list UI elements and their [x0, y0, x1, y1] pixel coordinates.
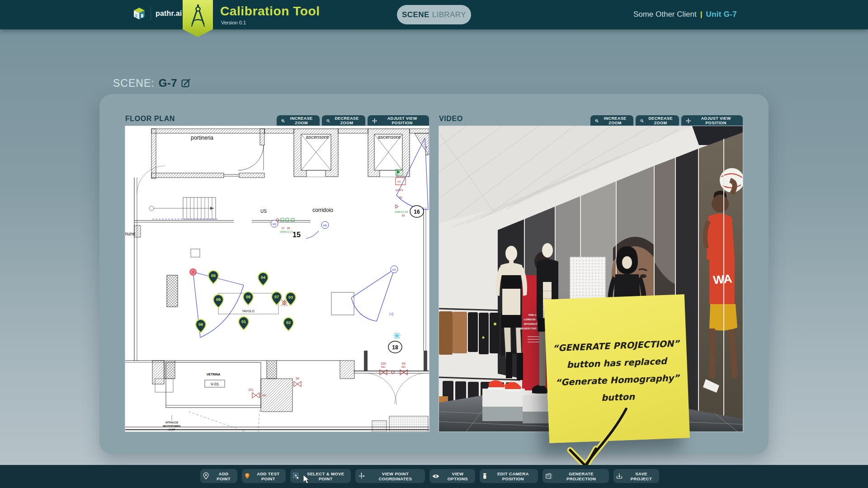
video-toolbar: INCREASE ZOOM DECREASE ZOOM ADJUST VIEW …	[590, 115, 743, 126]
video-adjust-view-button[interactable]: ADJUST VIEW POSITION	[681, 115, 743, 126]
select-move-point-button[interactable]: SELECT & MOVE POINT	[290, 469, 351, 483]
projection-icon	[545, 473, 552, 480]
brand-logo: pathr.ai™	[132, 7, 186, 20]
save-project-button[interactable]: SAVE PROJECT	[613, 469, 659, 483]
floorplan-drawing: TAVOLO VETRINA V-01	[125, 126, 429, 432]
svg-text:05: 05	[211, 273, 216, 278]
video-increase-zoom-button[interactable]: INCREASE ZOOM	[590, 115, 633, 126]
valve-101: 101	[248, 388, 254, 391]
svg-text:T: T	[246, 474, 248, 477]
tab-label: DECREASE ZOOM	[333, 116, 361, 125]
unit-name: Unit G-7	[706, 10, 737, 19]
button-label: VIEW OPTIONS	[443, 471, 472, 481]
add-test-point-button[interactable]: T ADD TEST POINT	[242, 469, 286, 483]
app-window: pathr.ai™ Calibration Tool Version 0.1 S…	[0, 0, 868, 488]
button-label: ADD POINT	[212, 471, 235, 481]
rec-label: REC	[381, 366, 386, 368]
svg-text:01: 01	[241, 319, 246, 324]
n16-label: 16	[414, 209, 420, 215]
video-decrease-zoom-button[interactable]: DECREASE ZOOM	[636, 115, 679, 126]
axes-icon	[358, 472, 365, 480]
button-label: SELECT & MOVE POINT	[303, 471, 348, 481]
view-options-button[interactable]: VIEW OPTIONS	[429, 469, 475, 483]
app-title: Calibration Tool	[220, 4, 320, 19]
floorplan-decrease-zoom-button[interactable]: DECREASE ZOOM	[322, 115, 365, 126]
client-info: Some Other Client | Unit G-7	[633, 10, 737, 19]
zoom-in-icon	[595, 118, 599, 123]
select-move-icon	[293, 472, 300, 480]
client-name: Some Other Client	[633, 10, 697, 19]
pin-plus-icon	[203, 472, 209, 480]
svg-text:02: 02	[286, 320, 291, 325]
svg-text:08: 08	[246, 295, 250, 299]
m6-label: M6	[273, 223, 277, 225]
tab-label: ADJUST VIEW POSITION	[380, 116, 425, 125]
camera-icon	[482, 472, 487, 480]
scene-heading: SCENE: G-7	[113, 77, 191, 89]
client-divider: |	[700, 10, 703, 19]
zoom-out-icon	[640, 118, 644, 123]
valve-94: 94	[296, 377, 299, 380]
eye-icon	[432, 474, 439, 479]
lq-label: LQ	[389, 312, 394, 316]
co-label: CO	[397, 180, 401, 183]
sticky-note-text: “GENERATE PROJECTION” button has replace…	[545, 335, 689, 409]
floorplan-adjust-view-button[interactable]: ADJUST VIEW POSITION	[368, 115, 429, 126]
valve-m20: M20	[262, 394, 266, 397]
zoom-in-icon	[281, 118, 285, 123]
us-label: US	[260, 209, 267, 214]
attacco-label: ATTACCO	[165, 421, 179, 424]
edit-scene-icon[interactable]	[181, 78, 191, 88]
compass-icon	[190, 5, 206, 27]
scene-library-button[interactable]: SCENE LIBRARY	[397, 5, 471, 24]
svg-text:04: 04	[261, 275, 265, 280]
tab-label: INCREASE ZOOM	[601, 116, 629, 125]
tavolo-label: TAVOLO	[242, 310, 255, 313]
app-header: pathr.ai™ Calibration Tool Version 0.1 S…	[0, 0, 868, 29]
bottom-toolbar: ADD POINT T ADD TEST POINT SELECT & MOVE…	[0, 465, 868, 488]
button-label: SAVE PROJECT	[626, 471, 656, 481]
m3-label: M3	[392, 268, 396, 271]
edit-camera-position-button[interactable]: EDIT CAMERA POSITION	[480, 469, 538, 483]
valve-100: 100	[381, 362, 386, 365]
zoom-out-icon	[326, 118, 330, 123]
svg-text:07: 07	[274, 295, 279, 299]
n83-label: 83	[402, 214, 405, 217]
button-label: EDIT CAMERA POSITION	[491, 471, 535, 481]
compass-badge	[183, 0, 213, 37]
generate-projection-button[interactable]: GENERATE PROJECTION	[542, 469, 609, 483]
scene-library-rest: LIBRARY	[432, 10, 466, 19]
floorplan-canvas[interactable]: TAVOLO VETRINA V-01	[125, 126, 429, 432]
scene-label: SCENE:	[113, 77, 155, 89]
logo-divider	[151, 7, 151, 20]
svg-text:03: 03	[288, 295, 293, 300]
n97-label: 97	[282, 227, 285, 230]
valve-99: 99	[402, 362, 406, 365]
floorplan-panel-title: FLOOR PLAN	[125, 115, 175, 123]
button-label: VIEW POINT COORDINATES	[368, 471, 422, 481]
corridoio-label: corridoio	[312, 207, 333, 213]
sticky-note: “GENERATE PROJECTION” button has replace…	[544, 294, 690, 443]
n18-label: 18	[392, 344, 398, 351]
view-point-coordinates-button[interactable]: VIEW POINT COORDINATES	[355, 469, 425, 483]
varco27-label: VARCO 27	[280, 230, 293, 233]
t-label: T	[425, 145, 428, 150]
save-icon	[616, 473, 623, 480]
scene-name: G-7	[159, 77, 178, 89]
pin-test-icon: T	[245, 472, 250, 480]
tab-label: INCREASE ZOOM	[288, 116, 315, 125]
svg-text:09: 09	[216, 297, 221, 302]
jersey-text: WA	[712, 272, 733, 287]
app-version: Version 0.1	[221, 20, 246, 25]
floorplan-increase-zoom-button[interactable]: INCREASE ZOOM	[277, 115, 320, 126]
button-label: ADD TEST POINT	[254, 471, 283, 481]
add-point-button[interactable]: ADD POINT	[200, 469, 237, 483]
mune-label: mune	[125, 231, 135, 236]
button-label: GENERATE PROJECTION	[556, 471, 606, 481]
ascensore1-label: ascensore	[306, 134, 329, 140]
ascensore2-label: ascensore	[378, 134, 401, 140]
svg-text:06: 06	[198, 322, 203, 327]
floorplan-toolbar: INCREASE ZOOM DECREASE ZOOM ADJUST VIEW …	[277, 115, 429, 126]
video-panel-title: VIDEO	[439, 115, 463, 123]
tab-label: ADJUST VIEW POSITION	[693, 116, 738, 125]
